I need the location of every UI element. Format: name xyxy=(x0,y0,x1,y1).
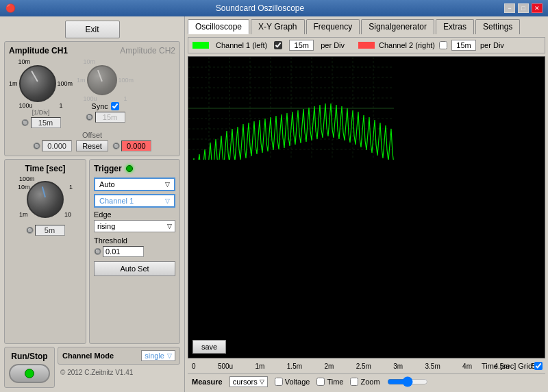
time-knob[interactable] xyxy=(27,181,64,218)
sync-row: Sync xyxy=(91,102,119,110)
trigger-led xyxy=(126,165,133,172)
trigger-label: Trigger xyxy=(94,164,122,173)
grid-controls: Time [sec] Grid xyxy=(482,362,543,370)
time-4m: 4m xyxy=(462,363,472,370)
tab-extras[interactable]: Extras xyxy=(436,19,474,34)
tab-frequency[interactable]: Frequency xyxy=(306,19,360,34)
ch1-per-div[interactable]: 15m xyxy=(289,40,314,51)
time-scale-100m: 100m xyxy=(19,175,35,182)
trigger-header: Trigger xyxy=(94,164,175,173)
cursors-arrow: ▽ xyxy=(260,378,264,385)
time-section: Time [sec] 100m 10m 1m 1 10 🔘 5m xyxy=(4,159,86,344)
cursors-dropdown[interactable]: cursors ▽ xyxy=(229,376,268,387)
knob1-scale-1m: 1m xyxy=(9,80,18,87)
offset-ch2-value[interactable]: 0.000 xyxy=(121,140,151,151)
reset-button[interactable]: Reset xyxy=(76,140,108,151)
time-3m: 3m xyxy=(393,363,403,370)
channel-info-row: Channel 1 (left) 15m per Div Channel 2 (… xyxy=(188,37,545,53)
exit-button[interactable]: Exit xyxy=(65,21,120,38)
sync-label: Sync xyxy=(91,102,108,110)
trigger-mode-arrow: ▽ xyxy=(165,181,170,188)
knob1-scale-10m: 10m xyxy=(18,58,31,65)
amplitude-header: Amplitude CH1 Amplitude CH2 xyxy=(9,46,175,56)
knob2-scale-10m: 10m xyxy=(84,58,96,65)
minimize-button[interactable]: − xyxy=(504,3,515,13)
grid-checkbox[interactable] xyxy=(534,362,543,370)
tab-xy-graph[interactable]: X-Y Graph xyxy=(251,19,304,34)
right-panel: Oscilloscope X-Y Graph Frequency Signalg… xyxy=(185,16,548,392)
ch2-per-div[interactable]: 15m xyxy=(451,40,476,51)
ch2-value-display[interactable]: 15m xyxy=(95,112,125,123)
runstop-button[interactable] xyxy=(9,364,50,383)
ch2-color-bar xyxy=(358,42,375,49)
window-title: Soundcard Oszilloscope xyxy=(16,3,504,13)
time-value-display[interactable]: 5m xyxy=(35,225,65,236)
time-unit-label: Time [sec] xyxy=(482,362,516,370)
ch1-amplitude-knob-container: 10m 1m 100m 100u 1 [1/Div] xyxy=(9,58,73,128)
knob2-scale-100m: 100m xyxy=(119,77,134,84)
channel-mode-dropdown[interactable]: single ▽ xyxy=(141,350,175,361)
threshold-label: Threshold xyxy=(94,236,175,245)
tab-oscilloscope[interactable]: Oscilloscope xyxy=(188,19,249,34)
ch1-color-bar xyxy=(192,42,209,49)
voltage-label: Voltage xyxy=(285,378,310,386)
voltage-checkbox[interactable] xyxy=(275,378,283,386)
maximize-button[interactable]: □ xyxy=(518,3,529,13)
tab-settings[interactable]: Settings xyxy=(475,19,520,34)
ch1-label: Channel 1 (left) xyxy=(216,41,267,49)
ch2-per-div-label: per Div xyxy=(480,41,504,49)
zoom-checkbox[interactable] xyxy=(350,378,358,386)
measure-label: Measure xyxy=(192,378,223,386)
time-knob-area: 100m 10m 1m 1 10 xyxy=(18,175,73,223)
tab-signalgenerator[interactable]: Signalgenerator xyxy=(361,19,434,34)
trigger-channel-arrow: ▽ xyxy=(165,197,170,204)
close-button[interactable]: ✕ xyxy=(532,3,543,13)
time-scale-10: 10 xyxy=(64,211,71,218)
ch1-checkbox[interactable] xyxy=(274,41,282,49)
trigger-section: Trigger Auto ▽ Channel 1 ▽ Edge rising ▽… xyxy=(89,159,180,344)
time-2-5m: 2.5m xyxy=(356,363,371,370)
time-3-5m: 3.5m xyxy=(425,363,440,370)
zoom-measure: Zoom xyxy=(350,378,379,386)
amplitude-ch2-label: Amplitude CH2 xyxy=(120,46,175,56)
ch2-checkbox[interactable] xyxy=(439,41,447,49)
autoset-button[interactable]: Auto Set xyxy=(94,261,175,276)
time-axis: 0 500u 1m 1.5m 2m 2.5m 3m 3.5m 4m 4.5m 5… xyxy=(188,358,545,373)
zoom-slider[interactable] xyxy=(387,377,428,387)
oscilloscope-display: ✦ save xyxy=(188,56,545,358)
time-1-5m: 1.5m xyxy=(287,363,302,370)
voltage-measure: Voltage xyxy=(275,378,310,386)
ch2-amplitude-knob[interactable] xyxy=(87,65,117,95)
ch2-amplitude-knob-container: 10m 1m 100m 100u 1 Sync xyxy=(77,58,134,123)
amplitude-ch1-label: Amplitude CH1 xyxy=(9,46,68,56)
edge-value: rising xyxy=(97,222,115,230)
runstop-indicator xyxy=(25,369,34,378)
offset-ch1-value[interactable]: 0.000 xyxy=(42,140,72,151)
knob1-scale-100m: 100m xyxy=(58,80,73,87)
time-label: Time [sec] xyxy=(25,164,65,173)
channel-mode-label: Channel Mode xyxy=(62,352,114,360)
time-2m: 2m xyxy=(324,363,334,370)
trigger-mode-dropdown[interactable]: Auto ▽ xyxy=(94,177,175,191)
trigger-channel-dropdown[interactable]: Channel 1 ▽ xyxy=(94,194,175,208)
ch2-info: Channel 2 (right) 15m per Div xyxy=(358,40,504,51)
app-icon: 🔴 xyxy=(5,3,16,13)
channel-mode-arrow: ▽ xyxy=(167,352,172,359)
time-1m: 1m xyxy=(256,363,265,370)
knob2-scale-1m: 1m xyxy=(77,77,86,84)
sync-checkbox[interactable] xyxy=(111,102,119,110)
ch1-value-display[interactable]: 15m xyxy=(31,117,61,128)
offset-label: Offset xyxy=(82,131,102,139)
ch1-amplitude-knob[interactable] xyxy=(19,65,56,102)
tabs-row: Oscilloscope X-Y Graph Frequency Signalg… xyxy=(188,19,545,34)
threshold-input[interactable] xyxy=(103,246,144,257)
amplitude-section: Amplitude CH1 Amplitude CH2 10m 1m 100m xyxy=(4,41,180,156)
edge-dropdown[interactable]: rising ▽ xyxy=(94,220,175,232)
knob1-scale-100u: 100u xyxy=(19,102,33,109)
time-checkbox[interactable] xyxy=(316,378,325,386)
cursors-value: cursors xyxy=(233,378,258,386)
time-500u: 500u xyxy=(218,363,233,370)
knob1-scale-1: 1 xyxy=(60,102,63,109)
save-button[interactable]: save xyxy=(192,340,226,354)
copyright: © 2012 C.Zeitnitz V1.41 xyxy=(58,367,180,378)
